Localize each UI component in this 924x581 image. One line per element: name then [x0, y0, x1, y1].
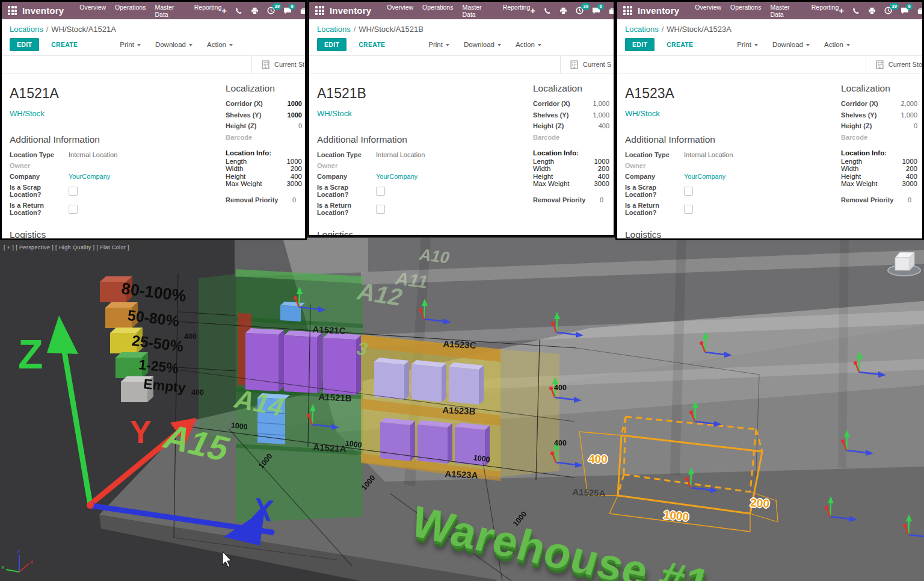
messages-icon[interactable]: 6: [283, 7, 292, 14]
breadcrumb-record: WH/Stock/A1521A: [51, 25, 116, 34]
height-z-value[interactable]: 0: [914, 122, 917, 129]
corridor-x-value[interactable]: 1000: [288, 100, 302, 107]
breadcrumb-locations[interactable]: Locations: [625, 25, 659, 34]
height-z-value[interactable]: 0: [298, 122, 302, 129]
download-menu[interactable]: Download: [772, 41, 810, 48]
phone-icon[interactable]: [852, 7, 860, 14]
nav-reporting[interactable]: Reporting: [503, 4, 531, 18]
printer-icon[interactable]: [559, 7, 567, 14]
nav-reporting[interactable]: Reporting: [812, 4, 839, 18]
create-button[interactable]: CREATE: [48, 40, 81, 49]
current-stock-button[interactable]: Current St: [251, 56, 305, 73]
return-checkbox[interactable]: [684, 205, 693, 214]
company-link[interactable]: YourCompany: [684, 173, 725, 180]
download-menu[interactable]: Download: [464, 41, 501, 48]
edit-button[interactable]: EDIT: [10, 38, 39, 51]
height-value: 400: [598, 173, 609, 181]
shelves-y-value[interactable]: 1,000: [901, 111, 917, 119]
apps-menu-icon[interactable]: [315, 6, 324, 15]
apps-menu-icon[interactable]: [623, 6, 632, 15]
plus-icon[interactable]: +: [839, 6, 844, 15]
odoo-window-a1521a: Inventory Overview Operations Master Dat…: [0, 0, 307, 240]
create-button[interactable]: CREATE: [355, 40, 389, 49]
scrap-checkbox[interactable]: [69, 187, 78, 196]
chevron-down-icon: [806, 44, 810, 46]
activities-icon[interactable]: 39: [267, 7, 275, 14]
briefcase-icon[interactable]: [609, 7, 615, 14]
mini-x-label: X: [30, 559, 34, 565]
plus-icon[interactable]: +: [221, 6, 227, 15]
nav-master-data[interactable]: Master Data: [462, 4, 493, 18]
parent-location-link[interactable]: WH/Stock: [10, 109, 45, 118]
dim-400-3: 400: [554, 384, 567, 392]
edit-button[interactable]: EDIT: [317, 38, 346, 51]
length-value: 1000: [286, 158, 302, 166]
phone-icon[interactable]: [235, 7, 242, 14]
nav-operations[interactable]: Operations: [730, 4, 761, 18]
briefcase-icon[interactable]: [300, 7, 307, 14]
nav-operations[interactable]: Operations: [422, 4, 453, 18]
return-checkbox[interactable]: [69, 205, 78, 214]
nav-overview[interactable]: Overview: [695, 4, 721, 18]
plus-icon[interactable]: +: [530, 6, 535, 15]
edit-button[interactable]: EDIT: [625, 38, 654, 51]
action-menu[interactable]: Action: [516, 41, 541, 48]
briefcase-icon[interactable]: [917, 7, 924, 14]
nav-master-data[interactable]: Master Data: [155, 4, 185, 18]
activities-icon[interactable]: 39: [884, 7, 892, 14]
shelves-y-value[interactable]: 1000: [288, 111, 302, 119]
current-stock-button[interactable]: Current Sto: [866, 56, 922, 73]
scrap-checkbox[interactable]: [376, 187, 385, 196]
print-menu[interactable]: Print: [428, 41, 449, 48]
corridor-x-value[interactable]: 1,000: [593, 100, 609, 107]
section-localization: Localization: [533, 83, 609, 94]
printer-icon[interactable]: [868, 7, 876, 14]
rack-label-a1521b: A1521B: [318, 391, 352, 403]
print-menu[interactable]: Print: [120, 41, 141, 48]
nav-overview[interactable]: Overview: [79, 4, 106, 18]
height-value: 400: [291, 173, 302, 181]
create-button[interactable]: CREATE: [663, 40, 697, 49]
app-name[interactable]: Inventory: [330, 5, 371, 16]
section-localization: Localization: [841, 83, 917, 94]
print-menu[interactable]: Print: [737, 41, 758, 48]
building-icon: [570, 60, 578, 69]
location-info-block: Location Info: Length1000 Width200 Heigh…: [226, 149, 302, 188]
breadcrumb-locations[interactable]: Locations: [10, 25, 43, 34]
activities-icon[interactable]: 39: [576, 7, 584, 14]
action-menu[interactable]: Action: [824, 41, 850, 48]
rack-a14[interactable]: [199, 274, 236, 446]
app-name[interactable]: Inventory: [22, 5, 64, 16]
app-name[interactable]: Inventory: [638, 5, 679, 16]
printer-icon[interactable]: [251, 7, 259, 14]
scrap-checkbox[interactable]: [684, 187, 693, 196]
navbar: Inventory Overview Operations Master Dat…: [2, 2, 305, 19]
removal-priority-value[interactable]: 0: [908, 196, 911, 204]
corridor-x-value[interactable]: 2,000: [901, 100, 917, 107]
height-value: 400: [906, 173, 917, 181]
apps-menu-icon[interactable]: [8, 6, 17, 15]
dim-400-2: 400: [191, 388, 204, 397]
return-checkbox[interactable]: [376, 205, 385, 214]
length-value: 1000: [594, 158, 609, 166]
messages-icon[interactable]: 6: [901, 7, 909, 14]
company-link[interactable]: YourCompany: [69, 173, 110, 180]
messages-icon[interactable]: 6: [592, 7, 600, 14]
nav-overview[interactable]: Overview: [387, 4, 413, 18]
removal-priority-value[interactable]: 0: [292, 196, 296, 204]
nav-operations[interactable]: Operations: [115, 4, 146, 18]
height-z-value[interactable]: 400: [599, 122, 609, 129]
nav-master-data[interactable]: Master Data: [770, 4, 802, 18]
download-menu[interactable]: Download: [155, 41, 192, 48]
pallet-boxes-purple: [245, 328, 362, 395]
parent-location-link[interactable]: WH/Stock: [625, 109, 660, 118]
action-menu[interactable]: Action: [207, 41, 233, 48]
breadcrumb-locations[interactable]: Locations: [317, 25, 351, 34]
company-link[interactable]: YourCompany: [376, 173, 417, 180]
removal-priority-value[interactable]: 0: [600, 196, 603, 204]
shelves-y-value[interactable]: 1,000: [593, 111, 609, 119]
nav-reporting[interactable]: Reporting: [194, 4, 222, 18]
parent-location-link[interactable]: WH/Stock: [317, 109, 352, 118]
phone-icon[interactable]: [544, 7, 551, 14]
current-stock-button[interactable]: Current S: [560, 56, 614, 73]
